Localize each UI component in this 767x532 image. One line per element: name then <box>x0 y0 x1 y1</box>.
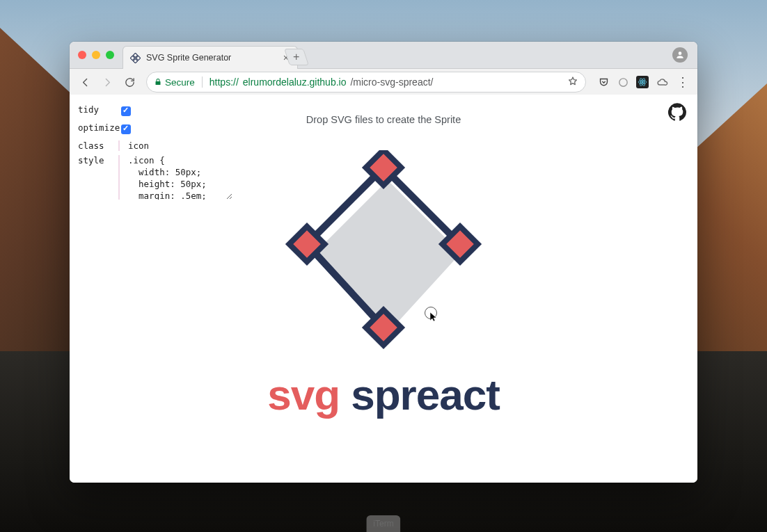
svg-point-4 <box>619 78 626 86</box>
extensions <box>597 76 668 88</box>
page-viewport: tidy optimize class style .icon { width:… <box>70 95 697 483</box>
address-bar[interactable]: Secure https://elrumordelaluz.github.io/… <box>146 72 586 92</box>
cloud-extension-icon[interactable] <box>656 76 668 88</box>
dock-app-label[interactable]: iTerm <box>366 515 400 532</box>
tidy-label: tidy <box>78 104 118 115</box>
tab-strip: SVG Sprite Generator × + <box>70 42 697 69</box>
divider <box>202 76 203 88</box>
class-input[interactable] <box>118 140 232 151</box>
wordmark: svg spreact <box>267 370 500 419</box>
tab-title: SVG Sprite Generator <box>146 53 282 63</box>
svg-point-5 <box>642 81 643 83</box>
secure-label: Secure <box>165 77 195 88</box>
browser-window: SVG Sprite Generator × + Secure https://… <box>70 42 697 483</box>
window-controls <box>78 51 114 59</box>
pocket-extension-icon[interactable] <box>597 76 610 88</box>
maximize-window-button[interactable] <box>106 51 114 59</box>
class-label: class <box>78 140 118 151</box>
cursor-icon <box>425 307 437 319</box>
url-protocol: https:// <box>209 76 239 88</box>
browser-toolbar: Secure https://elrumordelaluz.github.io/… <box>70 69 697 96</box>
minimize-window-button[interactable] <box>92 51 100 59</box>
reload-button[interactable] <box>120 72 139 92</box>
browser-tab[interactable]: SVG Sprite Generator × <box>122 46 298 69</box>
lock-icon: Secure <box>154 77 195 88</box>
menu-button[interactable]: ⋮ <box>674 74 692 90</box>
drop-hint: Drop SVG files to create the Sprite <box>70 114 697 125</box>
forward-button[interactable] <box>97 72 117 92</box>
favicon-icon <box>130 53 141 63</box>
react-devtools-extension-icon[interactable] <box>636 76 649 88</box>
hero-logo: svg spreact <box>70 150 697 419</box>
url-path: /micro-svg-spreact/ <box>350 76 433 88</box>
url-host: elrumordelaluz.github.io <box>243 76 347 88</box>
circle-extension-icon[interactable] <box>617 76 629 88</box>
optimize-checkbox[interactable] <box>121 124 131 134</box>
wordmark-part-1: svg <box>267 371 340 419</box>
wordmark-part-2: spreact <box>351 371 500 419</box>
profile-button[interactable] <box>672 47 688 63</box>
bookmark-star-icon[interactable] <box>567 76 578 89</box>
back-button[interactable] <box>75 72 95 92</box>
close-window-button[interactable] <box>78 51 86 59</box>
